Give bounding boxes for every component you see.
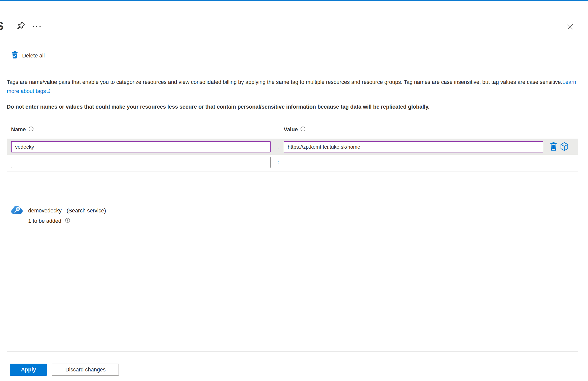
name-header-label: Name [11,126,26,133]
delete-all-label: Delete all [22,53,45,59]
ellipsis-icon [32,25,41,29]
search-service-icon [11,205,23,215]
value-column-header: Value [284,126,306,133]
more-options-button[interactable] [31,22,42,32]
apply-button[interactable]: Apply [10,364,47,376]
info-icon[interactable] [300,126,306,133]
name-value-separator: : [275,144,281,150]
pin-icon [16,21,26,31]
pin-button[interactable] [15,20,27,32]
resource-type: (Search service) [67,208,106,214]
value-header-label: Value [284,126,298,133]
delete-all-button[interactable]: Delete all [12,51,45,60]
delete-all-icon [12,51,18,60]
close-button[interactable] [564,21,576,33]
page-title-fragment: S [0,19,4,33]
discard-changes-button[interactable]: Discard changes [52,364,119,376]
divider [7,237,578,237]
resource-row: demovedecky (Search service) [28,208,106,214]
trash-icon [550,148,557,152]
tag-value-input-row2[interactable] [284,157,543,168]
divider [7,351,578,352]
tags-description: Tags are name/value pairs that enable yo… [7,78,579,96]
portal-top-accent-bar [0,0,588,1]
tag-name-input-row2[interactable] [11,157,271,168]
info-icon[interactable] [28,126,34,133]
resource-name: demovedecky [28,208,62,214]
delete-tag-row-button[interactable] [549,142,558,152]
divider [7,65,578,65]
info-icon[interactable] [65,218,70,225]
name-value-separator: : [275,159,281,165]
close-icon [566,23,574,31]
tag-name-input-row1[interactable] [11,141,271,152]
resource-status: 1 to be added [28,218,61,224]
tags-description-text: Tags are name/value pairs that enable yo… [7,79,562,85]
external-link-icon [46,87,51,96]
name-column-header: Name [11,126,34,133]
resource-scope-button[interactable] [559,142,569,152]
resource-status-row: 1 to be added [28,218,70,225]
cube-icon [560,148,569,152]
tag-value-input-row1[interactable] [284,141,543,152]
divider [7,171,578,172]
security-warning-text: Do not enter names or values that could … [7,104,579,110]
